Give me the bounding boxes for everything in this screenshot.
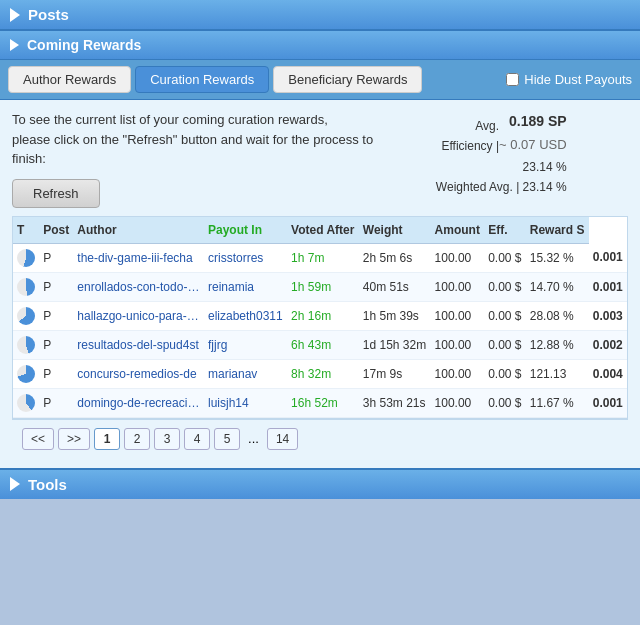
pagination: << >> 1 2 3 4 5 ... 14 [12, 419, 628, 458]
row-eff: 28.08 % [526, 301, 589, 330]
page-2-btn[interactable]: 2 [124, 428, 150, 450]
row-reward: 0.002 [589, 330, 627, 359]
table-row: P hallazgo-unico-para-ste elizabeth0311 … [13, 301, 627, 330]
row-weight: 100.00 [431, 388, 485, 417]
row-author[interactable]: reinamia [204, 272, 287, 301]
row-payout-in: 8h 32m [287, 359, 359, 388]
row-weight: 100.00 [431, 243, 485, 272]
row-type: P [39, 272, 73, 301]
usd-value: ~ 0.07 USD [499, 134, 567, 156]
row-author[interactable]: luisjh14 [204, 388, 287, 417]
col-amount: Amount [431, 217, 485, 244]
row-eff: 121.13 [526, 359, 589, 388]
row-eff: 14.70 % [526, 272, 589, 301]
coming-rewards-header: Coming Rewards [0, 31, 640, 60]
row-amount: 0.00 $ [484, 301, 526, 330]
row-amount: 0.00 $ [484, 272, 526, 301]
row-author[interactable]: marianav [204, 359, 287, 388]
row-weight: 100.00 [431, 301, 485, 330]
row-voted-after: 40m 51s [359, 272, 431, 301]
tools-arrow-icon [10, 477, 20, 491]
row-eff: 15.32 % [526, 243, 589, 272]
col-reward: Reward S [526, 217, 589, 244]
row-t [13, 272, 39, 301]
row-reward: 0.003 [589, 301, 627, 330]
row-reward: 0.004 [589, 359, 627, 388]
table-row: P enrollados-con-todo-de reinamia 1h 59m… [13, 272, 627, 301]
row-payout-in: 1h 59m [287, 272, 359, 301]
posts-arrow-icon [10, 8, 20, 22]
rewards-table: T Post Author Payout In Voted After Weig… [13, 217, 627, 418]
row-amount: 0.00 $ [484, 359, 526, 388]
row-author[interactable]: elizabeth0311 [204, 301, 287, 330]
row-t [13, 243, 39, 272]
posts-topbar[interactable]: Posts [0, 0, 640, 31]
row-amount: 0.00 $ [484, 330, 526, 359]
row-t [13, 301, 39, 330]
col-eff: Eff. [484, 217, 526, 244]
row-post[interactable]: resultados-del-spud4st [73, 330, 204, 359]
col-post: Post [39, 217, 73, 244]
row-reward: 0.001 [589, 243, 627, 272]
row-weight: 100.00 [431, 330, 485, 359]
curation-rewards-tab[interactable]: Curation Rewards [135, 66, 269, 93]
rewards-table-container: T Post Author Payout In Voted After Weig… [12, 216, 628, 419]
hide-dust-label[interactable]: Hide Dust Payouts [506, 72, 632, 87]
row-t [13, 359, 39, 388]
stats-block: 0.189 SP ~ 0.07 USD [499, 110, 567, 156]
row-post[interactable]: the-div-game-iii-fecha [73, 243, 204, 272]
col-author: Author [73, 217, 204, 244]
row-author[interactable]: fjjrg [204, 330, 287, 359]
hide-dust-checkbox[interactable] [506, 73, 519, 86]
tools-title: Tools [28, 476, 67, 493]
refresh-button[interactable]: Refresh [12, 179, 100, 208]
stats-row: To see the current list of your coming c… [12, 110, 628, 208]
page-1-btn[interactable]: 1 [94, 428, 120, 450]
row-eff: 11.67 % [526, 388, 589, 417]
table-row: P domingo-de-recreacion luisjh14 16h 52m… [13, 388, 627, 417]
col-t: T [13, 217, 39, 244]
page-3-btn[interactable]: 3 [154, 428, 180, 450]
info-text: To see the current list of your coming c… [12, 110, 373, 169]
coming-rewards-arrow-icon [10, 39, 19, 51]
page-4-btn[interactable]: 4 [184, 428, 210, 450]
row-type: P [39, 301, 73, 330]
row-payout-in: 2h 16m [287, 301, 359, 330]
row-type: P [39, 243, 73, 272]
sp-value: 0.189 SP [499, 110, 567, 134]
row-voted-after: 2h 5m 6s [359, 243, 431, 272]
table-header-row: T Post Author Payout In Voted After Weig… [13, 217, 627, 244]
tabs-row: Author Rewards Curation Rewards Benefici… [0, 60, 640, 100]
page-5-btn[interactable]: 5 [214, 428, 240, 450]
row-post[interactable]: domingo-de-recreacion [73, 388, 204, 417]
row-payout-in: 16h 52m [287, 388, 359, 417]
beneficiary-rewards-tab[interactable]: Beneficiary Rewards [273, 66, 422, 93]
table-row: P concurso-remedios-de marianav 8h 32m 1… [13, 359, 627, 388]
row-t [13, 330, 39, 359]
row-type: P [39, 359, 73, 388]
row-post[interactable]: concurso-remedios-de [73, 359, 204, 388]
row-amount: 0.00 $ [484, 388, 526, 417]
row-weight: 100.00 [431, 359, 485, 388]
row-voted-after: 17m 9s [359, 359, 431, 388]
row-author[interactable]: crisstorres [204, 243, 287, 272]
col-weight: Weight [359, 217, 431, 244]
row-voted-after: 3h 53m 21s [359, 388, 431, 417]
author-rewards-tab[interactable]: Author Rewards [8, 66, 131, 93]
row-post[interactable]: hallazgo-unico-para-ste [73, 301, 204, 330]
next-btn[interactable]: >> [58, 428, 90, 450]
ellipsis: ... [244, 431, 263, 446]
table-row: P the-div-game-iii-fecha crisstorres 1h … [13, 243, 627, 272]
coming-rewards-title: Coming Rewards [27, 37, 141, 53]
row-weight: 100.00 [431, 272, 485, 301]
row-post[interactable]: enrollados-con-todo-de [73, 272, 204, 301]
row-eff: 12.88 % [526, 330, 589, 359]
info-block: To see the current list of your coming c… [12, 110, 373, 208]
row-reward: 0.001 [589, 388, 627, 417]
tools-bar[interactable]: Tools [0, 468, 640, 499]
row-reward: 0.001 [589, 272, 627, 301]
stats-right: 0.189 SP ~ 0.07 USD Avg. Efficiency | 23… [435, 110, 567, 198]
page-last-btn[interactable]: 14 [267, 428, 298, 450]
prev-btn[interactable]: << [22, 428, 54, 450]
posts-title: Posts [28, 6, 69, 23]
